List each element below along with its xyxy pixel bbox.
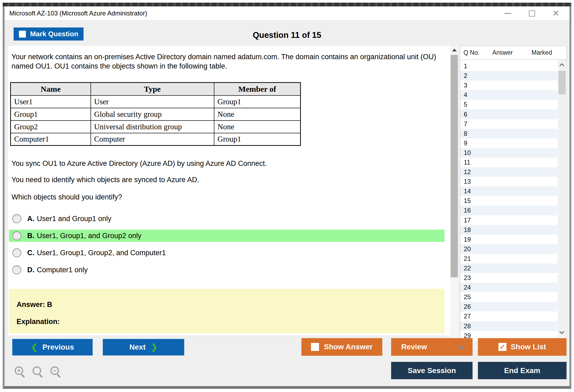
table-cell: None <box>214 108 301 121</box>
question-list-row[interactable]: 25 <box>460 292 557 302</box>
option-row[interactable]: A.User1 and Group1 only <box>9 213 445 225</box>
question-list-row[interactable]: 16 <box>460 206 557 215</box>
close-icon: ✕ <box>552 9 560 18</box>
radio-button-icon[interactable] <box>12 248 21 257</box>
column-header-marked: Marked <box>532 46 552 59</box>
question-list-row[interactable]: 14 <box>460 186 557 196</box>
question-list-row[interactable]: 2 <box>460 71 557 81</box>
table-cell: Computer <box>91 133 214 146</box>
question-list-row[interactable]: 11 <box>460 158 557 167</box>
content-scrollbar[interactable] <box>450 46 458 348</box>
question-list-row[interactable]: 10 <box>460 148 557 158</box>
radio-button-icon[interactable] <box>12 214 21 223</box>
option-letter: C. <box>27 249 34 257</box>
save-session-label: Save Session <box>408 366 456 375</box>
question-list-row[interactable]: 26 <box>460 302 557 311</box>
radio-button-icon[interactable] <box>12 265 21 274</box>
triangle-up-icon <box>458 345 464 349</box>
question-counter: Question 11 of 15 <box>5 30 569 40</box>
column-header-answer: Answer <box>492 46 513 59</box>
question-list-row[interactable]: 5 <box>460 100 557 109</box>
question-list-row[interactable]: 27 <box>460 311 557 321</box>
question-number: 14 <box>464 187 471 195</box>
show-list-button[interactable]: ✓ Show List <box>478 338 567 356</box>
question-list-row[interactable]: 6 <box>460 109 557 119</box>
save-session-button[interactable]: Save Session <box>391 362 473 379</box>
table-cell: Group1 <box>214 95 301 108</box>
question-list-row[interactable]: 13 <box>460 177 557 186</box>
question-number: 7 <box>464 120 467 128</box>
next-button[interactable]: Next ❯ <box>103 339 184 355</box>
question-list-row[interactable]: 7 <box>460 119 557 129</box>
question-number: 25 <box>464 293 471 301</box>
question-number: 4 <box>464 91 467 99</box>
question-number: 21 <box>464 255 471 262</box>
sidebar-scroll-down-icon[interactable] <box>559 329 564 334</box>
question-paragraph: You sync OU1 to Azure Active Directory (… <box>11 159 267 168</box>
review-button[interactable]: Review <box>391 338 473 356</box>
table-row: Group2Universal distribution groupNone <box>11 121 301 133</box>
column-header-qno: Q No. <box>463 46 479 59</box>
option-row[interactable]: B.User1, Group1, and Group2 only <box>9 230 445 242</box>
close-button[interactable]: ✕ <box>551 9 560 18</box>
question-list-row[interactable]: 17 <box>460 215 557 225</box>
question-list-row[interactable]: 22 <box>460 263 557 273</box>
option-letter: D. <box>27 266 34 274</box>
question-number: 1 <box>464 62 467 70</box>
sidebar-scrollbar-thumb[interactable] <box>559 71 566 94</box>
option-text: User1, Group1, and Group2 only <box>37 232 141 240</box>
question-list-row[interactable]: 8 <box>460 129 557 138</box>
checkbox-checked-icon: ✓ <box>498 343 506 351</box>
show-answer-label: Show Answer <box>324 343 373 351</box>
question-list-row[interactable]: 21 <box>460 254 557 263</box>
zoom-out-icon[interactable]: − <box>50 366 62 379</box>
table-cell: None <box>214 121 301 133</box>
end-exam-button[interactable]: End Exam <box>478 362 567 379</box>
scroll-up-icon[interactable] <box>452 49 457 51</box>
zoom-in-icon[interactable]: + <box>14 366 26 379</box>
option-letter: B. <box>27 232 34 240</box>
screenshot-root: Microsoft AZ-103 (Microsoft Azure Admini… <box>0 0 574 392</box>
content-scrollbar-thumb[interactable] <box>451 55 458 277</box>
question-list-row[interactable]: 20 <box>460 244 557 254</box>
question-number: 18 <box>464 226 471 234</box>
question-list-row[interactable]: 12 <box>460 167 557 177</box>
option-letter: A. <box>27 215 34 223</box>
sidebar-scrollbar[interactable] <box>558 60 567 337</box>
question-list-row[interactable]: 28 <box>460 321 557 331</box>
magnifier-icon[interactable] <box>32 366 44 379</box>
question-list-row[interactable]: 15 <box>460 196 557 206</box>
minimize-button[interactable] <box>503 9 512 18</box>
question-list-row[interactable]: 3 <box>460 81 557 90</box>
question-list-row[interactable]: 9 <box>460 138 557 148</box>
question-number: 16 <box>464 207 471 214</box>
maximize-button[interactable] <box>527 9 536 18</box>
question-panel: Your network contains an on-premises Act… <box>8 46 450 335</box>
question-number: 23 <box>464 274 471 282</box>
question-list-row[interactable]: 23 <box>460 273 557 283</box>
checkbox-unchecked-icon <box>311 343 319 351</box>
question-number: 3 <box>464 82 467 89</box>
option-row[interactable]: C.User1, Group1, Group2, and Computer1 <box>9 247 445 259</box>
maximize-icon <box>529 10 535 17</box>
question-list-row[interactable]: 19 <box>460 235 557 244</box>
question-number: 9 <box>464 139 467 147</box>
explanation-label: Explanation: <box>17 318 60 326</box>
question-list-row[interactable]: 24 <box>460 283 557 292</box>
question-list-row[interactable]: 4 <box>460 90 557 100</box>
question-list-header: Q No. Answer Marked <box>460 46 566 60</box>
option-row[interactable]: D.Computer1 only <box>9 264 445 276</box>
previous-button[interactable]: ❮ Previous <box>12 339 93 355</box>
question-list: 1234567891011121314151617181920212223242… <box>460 61 557 350</box>
sidebar-scroll-up-icon[interactable] <box>559 63 564 68</box>
question-list-panel: Q No. Answer Marked 12345678910111213141… <box>460 46 567 351</box>
question-list-row[interactable]: 18 <box>460 225 557 235</box>
radio-button-icon[interactable] <box>12 231 21 240</box>
question-number: 15 <box>464 197 471 205</box>
question-list-row[interactable]: 1 <box>460 61 557 71</box>
show-answer-button[interactable]: Show Answer <box>301 338 382 356</box>
question-number: 20 <box>464 245 471 253</box>
table-row: Group1Global security groupNone <box>11 108 301 121</box>
app-window: Microsoft AZ-103 (Microsoft Azure Admini… <box>3 3 571 389</box>
question-intro: Your network contains an on-premises Act… <box>11 52 447 71</box>
